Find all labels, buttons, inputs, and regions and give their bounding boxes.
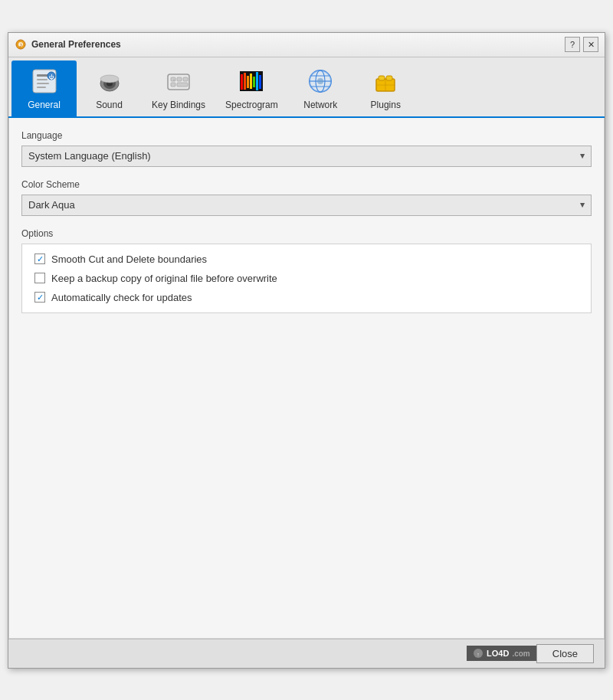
svg-rect-23 bbox=[244, 73, 246, 90]
svg-rect-14 bbox=[168, 74, 189, 90]
options-box: Smooth Cut and Delete boundaries Keep a … bbox=[21, 244, 592, 313]
colorscheme-label: Color Scheme bbox=[21, 179, 592, 190]
svg-rect-37 bbox=[379, 76, 385, 80]
svg-rect-7 bbox=[37, 87, 46, 88]
language-dropdown[interactable]: System Language (English) bbox=[21, 146, 592, 167]
svg-rect-17 bbox=[183, 77, 188, 81]
tab-general[interactable]: ⏻ General bbox=[11, 61, 77, 116]
language-label: Language bbox=[21, 130, 592, 141]
svg-rect-28 bbox=[259, 75, 261, 89]
preferences-window: ♪ General Preferences ? ✕ ⏻ bbox=[8, 32, 605, 669]
svg-rect-27 bbox=[256, 72, 258, 90]
svg-rect-26 bbox=[253, 77, 255, 87]
tab-general-label: General bbox=[28, 100, 61, 110]
tab-spectrogram[interactable]: Spectrogram bbox=[215, 61, 288, 116]
tab-keybindings-label: Key Bindings bbox=[152, 100, 205, 110]
tab-network[interactable]: Network bbox=[288, 61, 353, 116]
svg-rect-24 bbox=[247, 76, 249, 88]
checkbox-backup-copy-label: Keep a backup copy of original file befo… bbox=[51, 273, 277, 284]
svg-rect-16 bbox=[177, 77, 182, 81]
general-icon: ⏻ bbox=[29, 66, 60, 96]
title-bar-buttons: ? ✕ bbox=[565, 37, 598, 52]
help-button[interactable]: ? bbox=[565, 37, 580, 52]
plugins-icon bbox=[370, 66, 401, 96]
checkbox-check-updates[interactable] bbox=[34, 292, 45, 303]
checkbox-backup-copy[interactable] bbox=[34, 273, 45, 283]
svg-rect-22 bbox=[241, 74, 243, 90]
tab-sound-label: Sound bbox=[96, 100, 123, 110]
colorscheme-dropdown[interactable]: Dark Aqua bbox=[21, 195, 592, 216]
options-label: Options bbox=[21, 228, 592, 239]
app-icon: ♪ bbox=[15, 38, 27, 51]
toolbar: ⏻ General Sound bbox=[8, 57, 605, 118]
svg-point-13 bbox=[100, 75, 119, 83]
sound-icon bbox=[94, 66, 125, 96]
brand-label: LO4D bbox=[487, 649, 509, 658]
svg-rect-25 bbox=[250, 74, 252, 89]
tab-network-label: Network bbox=[303, 100, 337, 110]
checkbox-smooth-cut-label: Smooth Cut and Delete boundaries bbox=[51, 254, 207, 265]
svg-rect-5 bbox=[37, 79, 48, 80]
checkbox-check-updates-row[interactable]: Automatically check for updates bbox=[34, 292, 579, 303]
svg-rect-19 bbox=[177, 83, 188, 87]
tab-sound[interactable]: Sound bbox=[77, 61, 142, 116]
brand-suffix: .com bbox=[512, 649, 529, 658]
colorscheme-section: Color Scheme Dark Aqua bbox=[21, 179, 592, 216]
checkbox-smooth-cut[interactable] bbox=[34, 254, 45, 264]
tab-plugins-label: Plugins bbox=[371, 100, 401, 110]
tab-plugins[interactable]: Plugins bbox=[353, 61, 418, 116]
footer: ↑ LO4D .com Close bbox=[8, 639, 605, 668]
svg-rect-18 bbox=[171, 83, 175, 87]
close-button[interactable]: Close bbox=[536, 644, 594, 663]
spectrogram-icon bbox=[236, 66, 267, 96]
options-section: Options Smooth Cut and Delete boundaries… bbox=[21, 228, 592, 313]
svg-text:←: ← bbox=[172, 77, 176, 82]
svg-rect-38 bbox=[386, 76, 392, 80]
svg-text:⏻: ⏻ bbox=[48, 74, 54, 79]
svg-text:↑: ↑ bbox=[477, 652, 480, 657]
content-area: Language System Language (English) Color… bbox=[8, 118, 605, 639]
svg-text:♪: ♪ bbox=[19, 41, 23, 49]
window-title: General Preferences bbox=[31, 39, 565, 50]
tab-spectrogram-label: Spectrogram bbox=[225, 100, 278, 110]
close-window-button[interactable]: ✕ bbox=[583, 37, 598, 52]
checkbox-backup-copy-row[interactable]: Keep a backup copy of original file befo… bbox=[34, 273, 579, 284]
network-icon bbox=[305, 66, 336, 96]
brand-badge: ↑ LO4D .com bbox=[467, 646, 536, 661]
keybindings-icon: ← bbox=[163, 66, 194, 96]
language-section: Language System Language (English) bbox=[21, 130, 592, 167]
checkbox-smooth-cut-row[interactable]: Smooth Cut and Delete boundaries bbox=[34, 254, 579, 265]
tab-keybindings[interactable]: ← Key Bindings bbox=[142, 61, 215, 116]
colorscheme-value: Dark Aqua bbox=[28, 199, 75, 211]
svg-rect-6 bbox=[37, 83, 49, 84]
brand-icon: ↑ bbox=[473, 648, 484, 659]
title-bar: ♪ General Preferences ? ✕ bbox=[8, 33, 605, 57]
language-value: System Language (English) bbox=[28, 150, 151, 162]
checkbox-check-updates-label: Automatically check for updates bbox=[51, 292, 192, 303]
svg-point-35 bbox=[317, 78, 323, 84]
